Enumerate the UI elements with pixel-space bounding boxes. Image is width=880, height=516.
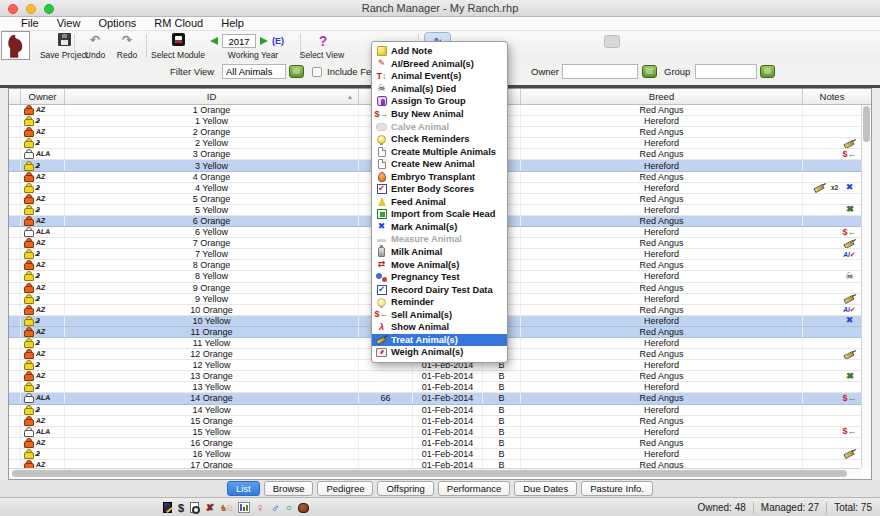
tab-pasture-info[interactable]: Pasture Info. (581, 481, 653, 496)
menu-item-sell-animal-s[interactable]: $←Sell Animal(s) (372, 308, 507, 321)
notes-cell: $← (803, 427, 861, 437)
tab-list[interactable]: List (227, 481, 260, 496)
header-notes[interactable]: Notes (803, 89, 861, 104)
menu-item-buy-new-animal[interactable]: $→Buy New Animal (372, 108, 507, 121)
bar-chart-icon[interactable] (238, 502, 250, 513)
document-search-icon[interactable] (190, 502, 199, 513)
menu-item-create-new-animal[interactable]: Create New Animal (372, 158, 507, 171)
menu-item-label: Weigh Animal(s) (391, 347, 463, 357)
menu-item-show-animal[interactable]: λShow Animal (372, 321, 507, 334)
select-module-icon[interactable] (150, 33, 206, 48)
include-checkbox[interactable] (312, 67, 322, 77)
header-id[interactable]: ID▲ (65, 89, 359, 104)
cattle-icon[interactable] (298, 503, 309, 513)
filter-view-picker-button[interactable] (289, 65, 304, 78)
horizontal-scrollbar[interactable] (9, 468, 861, 479)
menu-item-feed-animal[interactable]: Feed Animal (372, 196, 507, 209)
vertical-scrollbar[interactable] (861, 105, 871, 468)
menu-item-animal-s-died[interactable]: ☠Animal(s) Died (372, 83, 507, 96)
green-ring-icon[interactable]: ○ (286, 502, 292, 514)
menu-item-embryo-transplant[interactable]: Embryo Transplant (372, 170, 507, 183)
owner-person-icon (24, 393, 33, 403)
table-row[interactable]: 213 Yellow01-Feb-2014BHereford (9, 382, 861, 393)
notes-cell (803, 216, 861, 226)
owner-cell: AZ (21, 305, 65, 315)
owner-brand: AZ (36, 306, 46, 314)
menu-item-pregnancy-test[interactable]: Pregnancy Test (372, 271, 507, 284)
tab-browse[interactable]: Browse (264, 481, 314, 496)
menu-item-assign-to-group[interactable]: Assign To Group (372, 95, 507, 108)
redo-button[interactable]: Redo (112, 50, 142, 60)
tab-pedigree[interactable]: Pedigree (317, 481, 373, 496)
header-owner[interactable]: Owner (21, 89, 65, 104)
menu-item-label: Pregnancy Test (391, 272, 460, 282)
row-gutter-cell (9, 227, 21, 237)
owner-cell: 2 (21, 138, 65, 148)
next-year-arrow-icon[interactable] (260, 37, 268, 45)
undo-button[interactable]: Undo (80, 50, 110, 60)
group-filter-input[interactable] (695, 64, 757, 79)
table-row[interactable]: ALA14 Orange6601-Feb-2014BRed Angus$← (9, 393, 861, 404)
select-view-button[interactable]: Select View (296, 50, 348, 60)
paint-icon[interactable]: ✘ (205, 502, 213, 514)
menubar-file[interactable]: File (12, 17, 48, 30)
menu-item-mark-animal-s[interactable]: ✖Mark Animal(s) (372, 221, 507, 234)
select-view-icon[interactable]: ? (303, 33, 343, 49)
previous-year-arrow-icon[interactable] (210, 37, 218, 45)
menu-item-add-note[interactable]: Add Note (372, 45, 507, 58)
table-row[interactable]: AZ13 Orange01-Feb-2014BRed Angus✖ (9, 371, 861, 382)
filter-view-input[interactable] (222, 64, 286, 79)
table-row[interactable]: AZ16 Orange01-Feb-2014BRed Angus (9, 438, 861, 449)
menu-item-import-from-scale-head[interactable]: Import from Scale Head (372, 208, 507, 221)
table-row[interactable]: ALA15 Yellow01-Feb-2014BHereford$← (9, 427, 861, 438)
menu-item-animal-event-s[interactable]: T↓Animal Event(s) (372, 70, 507, 83)
horizontal-scrollbar-thumb[interactable] (12, 470, 847, 477)
sex-cell: B (483, 460, 521, 468)
menubar-view[interactable]: View (48, 17, 90, 30)
redo-icon[interactable]: ↷ (112, 33, 142, 47)
tab-offspring[interactable]: Offspring (377, 481, 433, 496)
menu-item-move-animal-s[interactable]: ⇄Move Animal(s) (372, 258, 507, 271)
menu-item-create-multiple-animals[interactable]: Create Multiple Animals (372, 145, 507, 158)
menu-item-weigh-animal-s[interactable]: Weigh Animal(s) (372, 346, 507, 359)
livestock-icon[interactable]: ♞♘ (220, 502, 232, 514)
working-year-input[interactable] (222, 34, 256, 48)
owner-filter-input[interactable] (562, 64, 638, 79)
menubar-rm-cloud[interactable]: RM Cloud (145, 17, 212, 30)
skull-icon: ☠ (843, 271, 856, 281)
undo-icon[interactable]: ↶ (80, 33, 110, 47)
table-row[interactable]: 216 Yellow01-Feb-2014BHereford (9, 449, 861, 460)
preg-icon (375, 271, 388, 283)
header-breed[interactable]: Breed (521, 89, 803, 104)
breed-cell: Hereford (521, 382, 803, 392)
menu-item-milk-animal[interactable]: Milk Animal (372, 246, 507, 259)
owner-person-icon (24, 183, 33, 193)
tab-performance[interactable]: Performance (438, 481, 510, 496)
dollar-icon[interactable]: $ (178, 502, 184, 514)
owner-person-icon (24, 449, 33, 459)
menu-item-treat-animal-s[interactable]: Treat Animal(s) (372, 334, 507, 347)
table-row[interactable]: AZ17 Orange01-Feb-2014BRed Angus (9, 460, 861, 468)
menu-item-ai-breed-animal-s[interactable]: ✎AI/Breed Animal(s) (372, 58, 507, 71)
owner-brand: 2 (36, 339, 41, 347)
birthdate-cell: 01-Feb-2014 (413, 460, 483, 468)
breed-cell: Hereford (521, 360, 803, 370)
male-icon[interactable]: ♂ (271, 502, 280, 514)
id-cell: 11 Orange (65, 327, 359, 337)
owner-picker-button[interactable] (642, 65, 657, 78)
menu-item-label: Reminder (391, 297, 434, 307)
table-row[interactable]: 214 Yellow01-Feb-2014BHereford (9, 405, 861, 416)
menubar-help[interactable]: Help (212, 17, 253, 30)
menubar-options[interactable]: Options (89, 17, 145, 30)
menu-item-check-reminders[interactable]: Check Reminders (372, 133, 507, 146)
table-row[interactable]: AZ15 Orange01-Feb-2014BRed Angus (9, 416, 861, 427)
notebook-icon[interactable] (163, 502, 172, 513)
female-icon[interactable]: ♀ (256, 502, 265, 514)
tab-due-dates[interactable]: Due Dates (514, 481, 577, 496)
group-picker-button[interactable] (760, 65, 775, 78)
menu-item-record-dairy-test-data[interactable]: ✔Record Dairy Test Data (372, 283, 507, 296)
menu-item-enter-body-scores[interactable]: ✔Enter Body Scores (372, 183, 507, 196)
menu-item-reminder[interactable]: Reminder (372, 296, 507, 309)
select-module-button[interactable]: Select Module (150, 50, 206, 60)
vertical-scrollbar-thumb[interactable] (863, 106, 870, 142)
